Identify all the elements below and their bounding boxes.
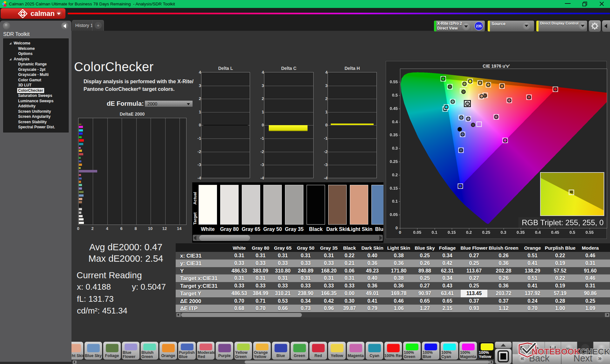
- svg-text:NOTEBOOK: NOTEBOOK: [532, 347, 580, 356]
- svg-text:CHECK: CHECK: [580, 347, 610, 356]
